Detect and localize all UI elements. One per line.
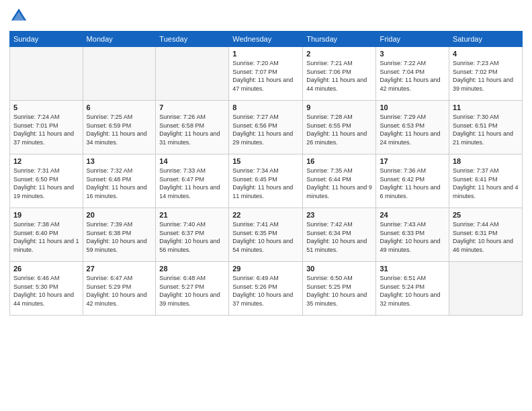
- day-cell: [10, 47, 83, 101]
- day-number: 27: [87, 265, 152, 273]
- day-cell: [83, 47, 156, 101]
- header-row: SundayMondayTuesdayWednesdayThursdayFrid…: [10, 32, 523, 47]
- day-info: Sunrise: 7:37 AMSunset: 6:41 PMDaylight:…: [453, 167, 519, 200]
- day-cell: 19Sunrise: 7:38 AMSunset: 6:40 PMDayligh…: [10, 208, 83, 262]
- week-row-2: 5Sunrise: 7:24 AMSunset: 7:01 PMDaylight…: [10, 101, 523, 154]
- day-number: 16: [306, 157, 372, 165]
- day-cell: 25Sunrise: 7:44 AMSunset: 6:31 PMDayligh…: [449, 208, 522, 262]
- day-number: 30: [306, 265, 372, 273]
- day-number: 15: [232, 157, 299, 165]
- week-row-3: 12Sunrise: 7:31 AMSunset: 6:50 PMDayligh…: [10, 154, 523, 208]
- day-info: Sunrise: 7:22 AMSunset: 7:04 PMDaylight:…: [380, 59, 445, 93]
- column-header-wednesday: Wednesday: [229, 32, 303, 47]
- day-cell: 24Sunrise: 7:43 AMSunset: 6:33 PMDayligh…: [376, 208, 449, 262]
- day-cell: [156, 47, 229, 101]
- day-info: Sunrise: 7:42 AMSunset: 6:34 PMDaylight:…: [306, 220, 372, 254]
- day-cell: 12Sunrise: 7:31 AMSunset: 6:50 PMDayligh…: [10, 154, 83, 208]
- week-row-4: 19Sunrise: 7:38 AMSunset: 6:40 PMDayligh…: [10, 208, 523, 262]
- day-info: Sunrise: 7:38 AMSunset: 6:40 PMDaylight:…: [13, 220, 79, 254]
- day-cell: 4Sunrise: 7:23 AMSunset: 7:02 PMDaylight…: [449, 47, 522, 101]
- day-number: 29: [232, 265, 299, 273]
- day-number: 10: [380, 103, 445, 111]
- day-info: Sunrise: 7:30 AMSunset: 6:51 PMDaylight:…: [453, 113, 519, 146]
- day-cell: 11Sunrise: 7:30 AMSunset: 6:51 PMDayligh…: [449, 101, 522, 154]
- day-cell: 6Sunrise: 7:25 AMSunset: 6:59 PMDaylight…: [83, 101, 156, 154]
- day-info: Sunrise: 6:47 AMSunset: 5:29 PMDaylight:…: [87, 274, 152, 308]
- day-cell: 18Sunrise: 7:37 AMSunset: 6:41 PMDayligh…: [449, 154, 522, 208]
- column-header-saturday: Saturday: [449, 32, 522, 47]
- column-header-monday: Monday: [83, 32, 156, 47]
- day-number: 1: [232, 50, 299, 58]
- calendar-table: SundayMondayTuesdayWednesdayThursdayFrid…: [9, 31, 523, 316]
- day-info: Sunrise: 7:41 AMSunset: 6:35 PMDaylight:…: [232, 220, 299, 254]
- column-header-sunday: Sunday: [10, 32, 83, 47]
- day-number: 18: [453, 157, 519, 165]
- day-info: Sunrise: 7:29 AMSunset: 6:53 PMDaylight:…: [380, 113, 445, 146]
- day-cell: 5Sunrise: 7:24 AMSunset: 7:01 PMDaylight…: [10, 101, 83, 154]
- day-number: 17: [380, 157, 445, 165]
- column-header-friday: Friday: [376, 32, 449, 47]
- day-number: 19: [13, 211, 79, 219]
- day-cell: 23Sunrise: 7:42 AMSunset: 6:34 PMDayligh…: [303, 208, 376, 262]
- day-info: Sunrise: 6:46 AMSunset: 5:30 PMDaylight:…: [13, 274, 79, 308]
- day-number: 28: [159, 265, 225, 273]
- day-info: Sunrise: 7:25 AMSunset: 6:59 PMDaylight:…: [87, 113, 152, 146]
- day-cell: 31Sunrise: 6:51 AMSunset: 5:24 PMDayligh…: [376, 262, 449, 316]
- day-cell: 15Sunrise: 7:34 AMSunset: 6:45 PMDayligh…: [229, 154, 303, 208]
- day-number: 14: [159, 157, 225, 165]
- day-cell: 17Sunrise: 7:36 AMSunset: 6:42 PMDayligh…: [376, 154, 449, 208]
- day-cell: 30Sunrise: 6:50 AMSunset: 5:25 PMDayligh…: [303, 262, 376, 316]
- page: SundayMondayTuesdayWednesdayThursdayFrid…: [0, 0, 532, 411]
- day-info: Sunrise: 7:43 AMSunset: 6:33 PMDaylight:…: [380, 220, 445, 254]
- day-cell: 29Sunrise: 6:49 AMSunset: 5:26 PMDayligh…: [229, 262, 303, 316]
- header: [9, 7, 523, 26]
- day-info: Sunrise: 7:21 AMSunset: 7:06 PMDaylight:…: [306, 59, 372, 93]
- day-cell: 16Sunrise: 7:35 AMSunset: 6:44 PMDayligh…: [303, 154, 376, 208]
- day-info: Sunrise: 7:44 AMSunset: 6:31 PMDaylight:…: [453, 220, 519, 254]
- logo-icon: [9, 7, 28, 26]
- day-cell: 8Sunrise: 7:27 AMSunset: 6:56 PMDaylight…: [229, 101, 303, 154]
- day-number: 12: [13, 157, 79, 165]
- day-info: Sunrise: 7:31 AMSunset: 6:50 PMDaylight:…: [13, 167, 79, 200]
- day-cell: 22Sunrise: 7:41 AMSunset: 6:35 PMDayligh…: [229, 208, 303, 262]
- day-number: 20: [87, 211, 152, 219]
- day-cell: 14Sunrise: 7:33 AMSunset: 6:47 PMDayligh…: [156, 154, 229, 208]
- day-number: 6: [87, 103, 152, 111]
- day-cell: 2Sunrise: 7:21 AMSunset: 7:06 PMDaylight…: [303, 47, 376, 101]
- day-info: Sunrise: 7:39 AMSunset: 6:38 PMDaylight:…: [87, 220, 152, 254]
- day-info: Sunrise: 7:36 AMSunset: 6:42 PMDaylight:…: [380, 167, 445, 200]
- day-number: 31: [380, 265, 445, 273]
- day-cell: 13Sunrise: 7:32 AMSunset: 6:48 PMDayligh…: [83, 154, 156, 208]
- day-cell: 3Sunrise: 7:22 AMSunset: 7:04 PMDaylight…: [376, 47, 449, 101]
- day-info: Sunrise: 7:35 AMSunset: 6:44 PMDaylight:…: [306, 167, 372, 200]
- day-cell: 9Sunrise: 7:28 AMSunset: 6:55 PMDaylight…: [303, 101, 376, 154]
- day-number: 2: [306, 50, 372, 58]
- day-cell: 20Sunrise: 7:39 AMSunset: 6:38 PMDayligh…: [83, 208, 156, 262]
- day-info: Sunrise: 7:23 AMSunset: 7:02 PMDaylight:…: [453, 59, 519, 93]
- day-cell: 26Sunrise: 6:46 AMSunset: 5:30 PMDayligh…: [10, 262, 83, 316]
- day-info: Sunrise: 7:28 AMSunset: 6:55 PMDaylight:…: [306, 113, 372, 146]
- day-cell: 28Sunrise: 6:48 AMSunset: 5:27 PMDayligh…: [156, 262, 229, 316]
- day-info: Sunrise: 7:34 AMSunset: 6:45 PMDaylight:…: [232, 167, 299, 200]
- day-cell: 27Sunrise: 6:47 AMSunset: 5:29 PMDayligh…: [83, 262, 156, 316]
- week-row-5: 26Sunrise: 6:46 AMSunset: 5:30 PMDayligh…: [10, 262, 523, 316]
- day-number: 13: [87, 157, 152, 165]
- day-number: 24: [380, 211, 445, 219]
- day-info: Sunrise: 7:20 AMSunset: 7:07 PMDaylight:…: [232, 59, 299, 93]
- day-info: Sunrise: 7:26 AMSunset: 6:58 PMDaylight:…: [159, 113, 225, 146]
- day-cell: 7Sunrise: 7:26 AMSunset: 6:58 PMDaylight…: [156, 101, 229, 154]
- day-cell: 21Sunrise: 7:40 AMSunset: 6:37 PMDayligh…: [156, 208, 229, 262]
- day-info: Sunrise: 7:24 AMSunset: 7:01 PMDaylight:…: [13, 113, 79, 146]
- day-info: Sunrise: 6:49 AMSunset: 5:26 PMDaylight:…: [232, 274, 299, 308]
- week-row-1: 1Sunrise: 7:20 AMSunset: 7:07 PMDaylight…: [10, 47, 523, 101]
- day-info: Sunrise: 6:48 AMSunset: 5:27 PMDaylight:…: [159, 274, 225, 308]
- day-number: 5: [13, 103, 79, 111]
- day-number: 7: [159, 103, 225, 111]
- day-number: 25: [453, 211, 519, 219]
- day-number: 22: [232, 211, 299, 219]
- logo: [9, 7, 31, 26]
- column-header-thursday: Thursday: [303, 32, 376, 47]
- day-info: Sunrise: 6:51 AMSunset: 5:24 PMDaylight:…: [380, 274, 445, 308]
- day-number: 3: [380, 50, 445, 58]
- day-info: Sunrise: 7:27 AMSunset: 6:56 PMDaylight:…: [232, 113, 299, 146]
